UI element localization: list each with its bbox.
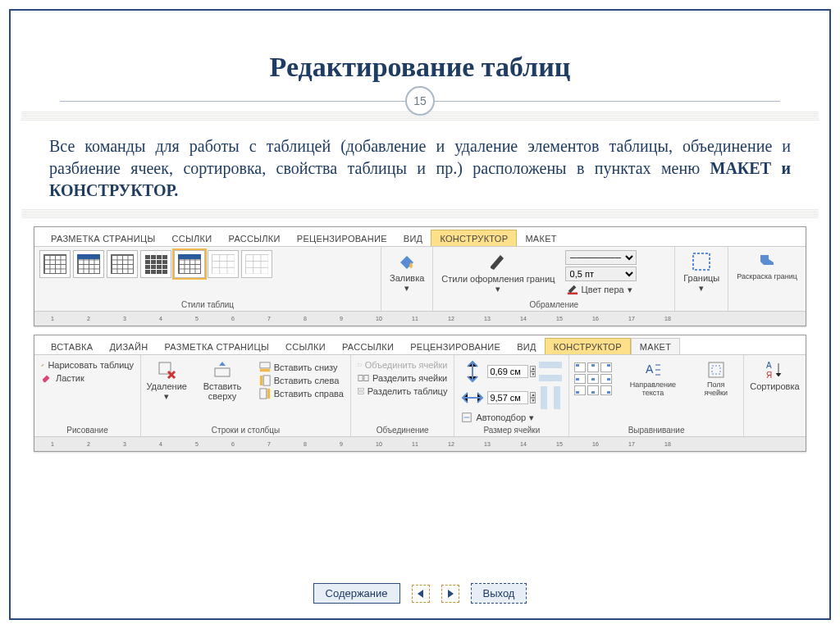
fill-button[interactable]: Заливка▾ bbox=[386, 250, 427, 294]
text-direction-button[interactable]: A Направление текста bbox=[619, 358, 687, 399]
slide-title: Редактирование таблиц bbox=[11, 52, 829, 83]
tab-review[interactable]: РЕЦЕНЗИРОВАНИЕ bbox=[289, 230, 395, 246]
cell-margins-button[interactable]: Поля ячейки bbox=[694, 358, 738, 399]
exit-button[interactable]: Выход bbox=[471, 583, 527, 604]
insert-above-button[interactable]: Вставить сверху bbox=[189, 358, 254, 403]
tab-page-layout[interactable]: РАЗМЕТКА СТРАНИЦЫ bbox=[43, 230, 164, 246]
group-label-styles: Стили таблиц bbox=[39, 300, 376, 309]
align-top-right[interactable] bbox=[600, 362, 612, 372]
tab-mailings2[interactable]: РАССЫЛКИ bbox=[334, 339, 402, 354]
contents-button[interactable]: Содержание bbox=[313, 583, 400, 604]
prev-button[interactable] bbox=[412, 585, 430, 603]
pen-icon bbox=[488, 253, 508, 272]
tab-layout[interactable]: МАКЕТ bbox=[517, 230, 564, 246]
tab-references[interactable]: ССЫЛКИ bbox=[164, 230, 221, 246]
borders-icon bbox=[692, 252, 711, 271]
tab-designer2[interactable]: КОНСТРУКТОР bbox=[545, 338, 631, 354]
dist-cols-icon bbox=[537, 385, 564, 411]
align-bot-right[interactable] bbox=[600, 385, 612, 395]
body-paragraph: Все команды для работы с таблицей (добав… bbox=[21, 121, 819, 208]
svg-rect-21 bbox=[709, 362, 724, 377]
sort-button[interactable]: AЯ Сортировка bbox=[749, 358, 801, 393]
col-width-spinner[interactable]: ▲▼ bbox=[459, 385, 564, 411]
svg-rect-0 bbox=[567, 293, 577, 295]
align-mid-left[interactable] bbox=[574, 374, 586, 384]
border-line-style[interactable]: ──────── bbox=[565, 250, 637, 265]
tabstrip-1: РАЗМЕТКА СТРАНИЦЫ ССЫЛКИ РАССЫЛКИ РЕЦЕНЗ… bbox=[34, 227, 806, 247]
draw-table-button[interactable]: Нарисовать таблицу bbox=[39, 358, 135, 371]
align-mid-right[interactable] bbox=[600, 374, 612, 384]
svg-text:A: A bbox=[766, 361, 772, 370]
dist-rows-icon bbox=[537, 358, 564, 385]
border-styles-button[interactable]: Стили оформления границ▾ bbox=[438, 251, 558, 295]
merge-cells-button[interactable]: Объединить ячейки bbox=[356, 358, 449, 371]
tab-view2[interactable]: ВИД bbox=[509, 339, 545, 354]
table-style-gallery[interactable] bbox=[39, 250, 376, 278]
style-thumb[interactable] bbox=[107, 250, 138, 278]
svg-rect-16 bbox=[539, 375, 562, 381]
insert-right-button[interactable]: Вставить справа bbox=[258, 387, 345, 400]
svg-rect-22 bbox=[712, 366, 720, 374]
align-mid-center[interactable] bbox=[587, 374, 599, 384]
borders-button[interactable]: Границы▾ bbox=[680, 250, 723, 294]
style-thumb[interactable] bbox=[140, 250, 171, 278]
style-thumb[interactable] bbox=[241, 250, 272, 278]
tab-view[interactable]: ВИД bbox=[395, 230, 431, 246]
tab-review2[interactable]: РЕЦЕНЗИРОВАНИЕ bbox=[402, 339, 509, 354]
border-weight[interactable]: 0,5 пт bbox=[565, 267, 637, 281]
split-cells-icon bbox=[358, 372, 369, 384]
alignment-grid bbox=[574, 362, 612, 395]
tab-layout2[interactable]: МАКЕТ bbox=[631, 338, 680, 354]
border-painter-button[interactable]: Раскраска границ bbox=[733, 250, 801, 283]
split-cells-button[interactable]: Разделить ячейки bbox=[356, 371, 449, 385]
group-label-cellsize: Размер ячейки bbox=[459, 426, 564, 435]
sort-icon: AЯ bbox=[765, 360, 784, 380]
margins-icon bbox=[706, 360, 726, 380]
delete-icon bbox=[157, 360, 176, 380]
width-icon bbox=[459, 385, 486, 411]
svg-rect-17 bbox=[541, 386, 547, 409]
row-below-icon bbox=[259, 362, 271, 373]
svg-rect-13 bbox=[358, 389, 363, 390]
style-thumb[interactable] bbox=[208, 250, 239, 278]
ruler-1: 123456789101112131415161718 bbox=[34, 311, 806, 326]
col-right-icon bbox=[259, 388, 271, 399]
bucket-icon bbox=[397, 252, 417, 271]
svg-rect-14 bbox=[358, 392, 363, 394]
tab-mailings[interactable]: РАССЫЛКИ bbox=[221, 230, 289, 246]
text-direction-icon: A bbox=[643, 360, 663, 380]
height-icon bbox=[459, 358, 486, 385]
insert-left-button[interactable]: Вставить слева bbox=[258, 374, 345, 387]
style-thumb[interactable] bbox=[73, 250, 104, 278]
tab-designer[interactable]: КОНСТРУКТОР bbox=[431, 230, 517, 246]
style-thumb[interactable] bbox=[39, 250, 71, 278]
split-table-button[interactable]: Разделить таблицу bbox=[356, 385, 449, 398]
align-bot-left[interactable] bbox=[574, 385, 586, 395]
painter-icon bbox=[757, 252, 777, 271]
eraser-button[interactable]: Ластик bbox=[39, 371, 135, 385]
group-label-drawing: Рисование bbox=[39, 426, 135, 435]
align-bot-center[interactable] bbox=[587, 385, 599, 395]
svg-rect-11 bbox=[358, 376, 363, 381]
autofit-button[interactable]: Автоподбор▾ bbox=[459, 411, 564, 424]
insert-below-button[interactable]: Вставить снизу bbox=[258, 361, 345, 374]
svg-rect-4 bbox=[260, 362, 270, 368]
tab-insert[interactable]: ВСТАВКА bbox=[43, 339, 101, 354]
split-table-icon bbox=[358, 385, 364, 397]
row-height-spinner[interactable]: ▲▼ bbox=[459, 358, 564, 385]
pen-color-button[interactable]: Цвет пера▾ bbox=[565, 283, 637, 296]
svg-rect-10 bbox=[358, 364, 361, 366]
tab-references2[interactable]: ССЫЛКИ bbox=[277, 339, 334, 354]
tab-page-layout2[interactable]: РАЗМЕТКА СТРАНИЦЫ bbox=[156, 339, 277, 354]
svg-rect-3 bbox=[215, 368, 230, 376]
svg-text:A: A bbox=[646, 362, 654, 376]
next-button[interactable] bbox=[441, 585, 459, 603]
align-top-center[interactable] bbox=[587, 362, 599, 372]
style-thumb-selected[interactable] bbox=[174, 250, 205, 278]
ribbon-designer: РАЗМЕТКА СТРАНИЦЫ ССЫЛКИ РАССЫЛКИ РЕЦЕНЗ… bbox=[34, 226, 806, 326]
align-top-left[interactable] bbox=[574, 362, 586, 372]
pencil-icon bbox=[41, 359, 44, 371]
tab-design[interactable]: ДИЗАЙН bbox=[101, 339, 156, 354]
delete-button[interactable]: Удаление▾ bbox=[146, 358, 187, 403]
svg-rect-5 bbox=[260, 369, 270, 372]
